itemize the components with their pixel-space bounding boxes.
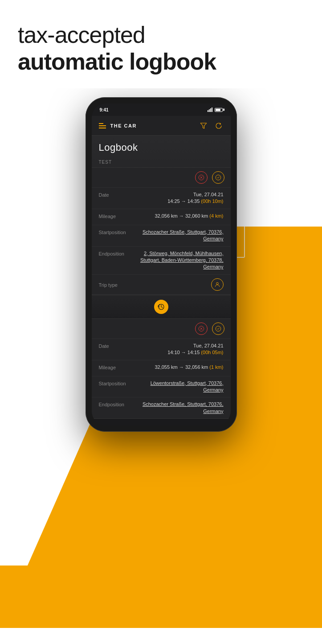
refresh-icon xyxy=(215,122,223,130)
svg-point-14 xyxy=(216,326,221,331)
check-icon-2 xyxy=(215,326,221,332)
trip-1-type-row: Trip type xyxy=(92,275,231,295)
svg-rect-2 xyxy=(210,108,211,112)
x-icon xyxy=(198,174,204,181)
date-value-1: Tue, 27.04.21 14:25 → 14:35 (00h 10m) xyxy=(167,191,223,205)
check-icon xyxy=(215,174,221,181)
hero-thin-text: tax-accepted xyxy=(18,21,304,48)
date-value-2: Tue, 27.04.21 14:10 → 14:15 (00h 05m) xyxy=(167,343,223,356)
endposition-label-2: Endposition xyxy=(99,401,130,407)
svg-point-9 xyxy=(216,282,218,285)
svg-rect-1 xyxy=(209,109,210,112)
phone-frame: 9:41 xyxy=(86,97,237,432)
screen-content: Logbook TEST xyxy=(92,136,231,425)
hero-section: tax-accepted automatic logbook xyxy=(0,0,322,88)
trip-1-actions xyxy=(92,168,231,188)
endposition-value-1[interactable]: 2, Störweg, Mönchfeld, Mühlhausen, Stutt… xyxy=(135,250,224,271)
logbook-title: Logbook xyxy=(92,136,231,157)
bracket-right-decoration xyxy=(236,204,245,258)
mileage-label-1: Mileage xyxy=(99,213,130,219)
startposition-label-1: Startposition xyxy=(99,229,130,235)
reject-button-1[interactable] xyxy=(195,171,208,184)
sync-icon xyxy=(157,303,165,311)
trip-type-label-1: Trip type xyxy=(99,281,130,288)
svg-marker-4 xyxy=(200,123,207,128)
trip-2-date-row: Date Tue, 27.04.21 14:10 → 14:15 (00h 05… xyxy=(92,339,231,360)
filter-button[interactable] xyxy=(199,121,208,131)
x-icon-2 xyxy=(198,326,204,332)
date-label-2: Date xyxy=(99,343,130,349)
nav-bar: THE CAR xyxy=(92,116,231,136)
nav-right xyxy=(199,121,224,131)
person-icon xyxy=(214,281,220,288)
status-time: 9:41 xyxy=(100,107,109,112)
trip-type-person-button[interactable] xyxy=(211,278,224,291)
sync-section xyxy=(92,295,231,318)
trip-1-date-row: Date Tue, 27.04.21 14:25 → 14:35 (00h 10… xyxy=(92,188,231,209)
reject-button-2[interactable] xyxy=(195,322,208,335)
status-bar: 9:41 xyxy=(92,103,231,116)
mileage-value-1: 32,056 km → 32,060 km (4 km) xyxy=(155,213,223,219)
trip-2-start-row: Startposition Löwentorstraße, Stuttgart,… xyxy=(92,376,231,398)
hamburger-menu-button[interactable] xyxy=(99,123,106,128)
trip-1-start-row: Startposition Schozacher Straße, Stuttga… xyxy=(92,225,231,247)
phone-screen: 9:41 xyxy=(92,103,231,425)
svg-rect-3 xyxy=(212,107,212,112)
accept-button-2[interactable] xyxy=(212,322,224,335)
page-wrapper: 9:41 xyxy=(0,88,322,628)
sync-button[interactable] xyxy=(154,300,168,314)
svg-point-8 xyxy=(216,175,221,180)
trip-1-mileage-row: Mileage 32,056 km → 32,060 km (4 km) xyxy=(92,209,231,225)
refresh-button[interactable] xyxy=(214,121,224,131)
date-label-1: Date xyxy=(99,191,130,198)
svg-rect-0 xyxy=(208,110,208,112)
phone-wrapper: 9:41 xyxy=(86,97,237,432)
section-test-label: TEST xyxy=(92,157,231,167)
mileage-value-2: 32,055 km → 32,056 km (1 km) xyxy=(155,364,223,371)
hero-bold-text: automatic logbook xyxy=(18,48,304,75)
filter-icon xyxy=(200,122,208,130)
battery-icon xyxy=(215,108,223,112)
nav-title: THE CAR xyxy=(110,123,137,128)
mileage-label-2: Mileage xyxy=(99,364,130,370)
accept-button-1[interactable] xyxy=(212,171,224,184)
nav-left: THE CAR xyxy=(99,123,137,128)
status-icons xyxy=(208,107,223,112)
trip-2-end-row: Endposition Schozacher Straße, Stuttgart… xyxy=(92,397,231,418)
trip-card-1: Date Tue, 27.04.21 14:25 → 14:35 (00h 10… xyxy=(92,167,231,295)
startposition-value-2[interactable]: Löwentorstraße, Stuttgart, 70376, German… xyxy=(135,380,224,394)
bottom-orange-section xyxy=(0,566,322,628)
trip-card-2: Date Tue, 27.04.21 14:10 → 14:15 (00h 05… xyxy=(92,318,231,419)
trip-1-end-row: Endposition 2, Störweg, Mönchfeld, Mühlh… xyxy=(92,247,231,275)
bracket-left-decoration xyxy=(77,238,86,291)
endposition-label-1: Endposition xyxy=(99,250,130,256)
endposition-value-2[interactable]: Schozacher Straße, Stuttgart, 70376, Ger… xyxy=(135,401,224,415)
startposition-label-2: Startposition xyxy=(99,380,130,386)
trip-2-mileage-row: Mileage 32,055 km → 32,056 km (1 km) xyxy=(92,360,231,376)
trip-2-actions xyxy=(92,319,231,339)
startposition-value-1[interactable]: Schozacher Straße, Stuttgart, 70376, Ger… xyxy=(135,229,224,243)
signal-icon xyxy=(208,107,213,112)
